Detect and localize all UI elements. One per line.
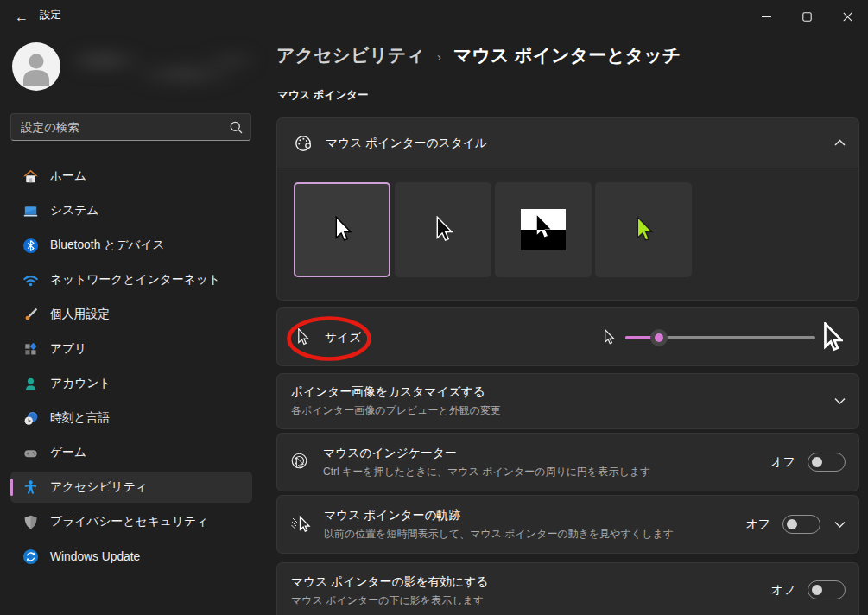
close-button[interactable] [827,0,868,33]
avatar[interactable] [12,42,60,91]
chevron-down-icon[interactable] [834,521,846,529]
window-title: 設定 [40,8,61,22]
customize-subtitle: 各ポインター画像のプレビューと外観の変更 [291,403,501,418]
personalization-icon [22,306,39,323]
back-button[interactable]: ← [7,4,36,30]
mouse-indicator-card: マウスのインジケーター Ctrl キーを押したときに、マウス ポインターの周りに… [276,433,859,491]
sidebar-item-home[interactable]: ホーム [10,161,252,192]
sidebar-item-apps[interactable]: アプリ [10,333,252,365]
sidebar-item-label: アカウント [50,376,111,391]
sidebar-item-label: 時刻と言語 [50,410,110,426]
customize-title: ポインター画像をカスタマイズする [291,384,501,400]
toggle-knob [787,519,797,529]
pointer-option-custom-color[interactable] [595,182,692,277]
pointer-style-options [277,168,858,300]
page-title: マウス ポインターとタッチ [453,43,681,67]
bluetooth-icon [22,237,39,254]
windows-update-icon [22,548,39,565]
pointer-shadow-card: マウス ポインターの影を有効にする マウス ポインターの下に影を表示します オフ [276,562,859,615]
sidebar-item-time-language[interactable]: 時刻と言語 [10,403,252,434]
trails-subtitle: 以前の位置を短時間表示して、マウス ポインターの動きを見やすくします [324,527,674,542]
sidebar-item-network[interactable]: ネットワークとインターネット [10,264,252,295]
shadow-subtitle: マウス ポインターの下に影を表示します [291,593,488,608]
palette-icon [294,134,313,153]
trails-toggle[interactable] [782,515,820,534]
search-box [10,113,251,141]
close-icon [843,12,852,22]
mouse-indicator-icon [291,453,311,472]
search-input[interactable] [11,114,250,140]
sidebar-item-accessibility[interactable]: アクセシビリティ [10,472,252,503]
breadcrumb-parent[interactable]: アクセシビリティ [276,43,425,67]
sidebar-item-gaming[interactable]: ゲーム [10,437,252,468]
breadcrumb-separator-icon: › [437,47,441,64]
size-label: サイズ [325,330,361,346]
sidebar-item-label: ネットワークとインターネット [50,272,220,288]
large-cursor-icon [821,322,843,353]
sidebar-item-system[interactable]: システム [10,195,252,226]
customize-pointer-card[interactable]: ポインター画像をカスタマイズする 各ポインター画像のプレビューと外観の変更 [276,373,859,429]
shadow-toggle-label: オフ [771,582,795,598]
maximize-button[interactable] [787,0,827,33]
sidebar-item-label: アクセシビリティ [50,479,148,495]
size-slider-thumb[interactable] [650,329,668,346]
indicator-subtitle: Ctrl キーを押したときに、マウス ポインターの周りに円を表示します [323,465,650,479]
chevron-up-icon[interactable] [834,139,846,147]
pointer-size-card: サイズ [276,308,859,366]
small-cursor-icon [603,329,615,346]
pointer-trails-icon [291,515,312,534]
minimize-button[interactable] [746,0,787,33]
accounts-icon [22,375,39,392]
indicator-toggle[interactable] [808,453,846,472]
pointer-option-inverted[interactable] [495,182,592,277]
shadow-title: マウス ポインターの影を有効にする [291,574,488,590]
toggle-knob [812,585,822,595]
pointer-option-black[interactable] [395,182,491,277]
shadow-toggle[interactable] [808,580,846,599]
gaming-icon [22,444,39,461]
indicator-title: マウスのインジケーター [323,446,650,461]
sidebar-item-label: プライバシーとセキュリティ [50,514,208,529]
sidebar-item-label: ゲーム [50,445,86,460]
sidebar-item-personalization[interactable]: 個人用設定 [10,299,252,330]
sidebar-item-label: Windows Update [50,550,140,563]
home-icon [22,168,39,185]
inverted-cursor-icon [521,209,566,250]
pointer-style-card: マウス ポインターのスタイル [276,117,859,301]
back-arrow-icon: ← [15,10,29,25]
breadcrumb: アクセシビリティ › マウス ポインターとタッチ [276,43,681,67]
green-cursor-icon [634,216,654,244]
sidebar-item-accounts[interactable]: アカウント [10,368,252,399]
user-name-redacted [73,47,254,88]
sidebar-item-bluetooth[interactable]: Bluetooth とデバイス [10,230,252,261]
size-slider-thumb-dot [655,333,663,342]
maximize-icon [802,12,812,22]
search-icon[interactable] [230,121,243,134]
network-icon [22,271,39,288]
time-language-icon [22,409,39,427]
sidebar-item-privacy[interactable]: プライバシーとセキュリティ [10,506,252,537]
sidebar-item-label: アプリ [50,341,86,357]
pointer-option-white[interactable] [294,182,390,277]
system-icon [22,202,39,219]
trails-toggle-label: オフ [746,517,770,532]
person-icon [12,42,60,91]
sidebar-item-label: Bluetooth とデバイス [50,238,165,253]
white-cursor-icon [333,216,352,244]
selected-indicator [10,479,13,496]
accessibility-icon [22,479,39,496]
sidebar-item-label: ホーム [50,168,86,184]
sidebar-nav: ホーム システム Bluetooth とデバイス ネットワークとインターネット … [10,161,252,575]
cursor-outline-icon [296,328,309,346]
section-label: マウス ポインター [277,88,369,103]
indicator-toggle-label: オフ [771,454,795,470]
toggle-knob [812,457,822,467]
chevron-down-icon[interactable] [834,397,846,405]
apps-icon [22,340,39,358]
privacy-icon [22,513,39,530]
black-cursor-icon [434,216,453,244]
sidebar-item-windows-update[interactable]: Windows Update [10,541,252,572]
trails-title: マウス ポインターの軌跡 [324,508,674,523]
sidebar-item-label: 個人用設定 [50,307,110,322]
pointer-style-header[interactable]: マウス ポインターのスタイル [277,118,858,168]
